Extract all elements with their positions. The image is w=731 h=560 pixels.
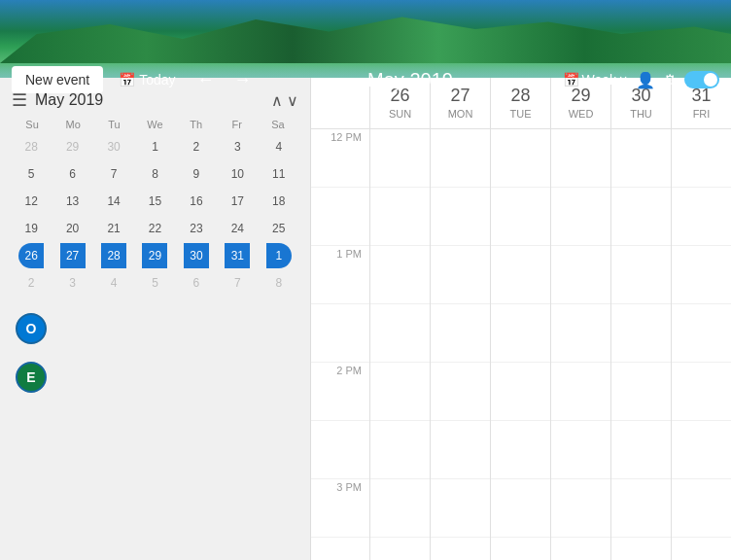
mini-cal-cell[interactable]: 8 xyxy=(266,270,292,296)
day-time-slot[interactable] xyxy=(491,479,550,538)
day-time-slot[interactable] xyxy=(491,538,550,560)
day-time-slot[interactable] xyxy=(611,479,671,538)
mini-cal-cell[interactable]: 3 xyxy=(60,270,86,296)
mini-cal-cell[interactable]: 18 xyxy=(266,189,292,214)
day-time-slot[interactable] xyxy=(672,421,731,479)
mini-cal-cell[interactable]: 14 xyxy=(101,189,126,214)
day-time-slot[interactable] xyxy=(370,304,430,363)
day-time-slot[interactable] xyxy=(431,304,490,363)
day-time-slot[interactable] xyxy=(551,363,610,421)
day-col-4[interactable] xyxy=(610,129,671,560)
day-time-slot[interactable] xyxy=(672,188,731,246)
mini-cal-cell[interactable]: 30 xyxy=(184,243,209,268)
mini-cal-cell[interactable]: 1 xyxy=(142,134,167,159)
mini-cal-cell[interactable]: 10 xyxy=(225,161,250,187)
day-time-slot[interactable] xyxy=(611,538,671,560)
day-time-slot[interactable] xyxy=(611,188,671,246)
mini-cal-cell[interactable]: 12 xyxy=(18,189,44,214)
mini-cal-cell[interactable]: 24 xyxy=(225,216,250,241)
mini-cal-cell[interactable]: 31 xyxy=(225,243,250,268)
mini-cal-cell[interactable]: 23 xyxy=(184,216,209,241)
day-time-slot[interactable] xyxy=(672,479,731,538)
day-time-slot[interactable] xyxy=(551,538,610,560)
day-col-0[interactable] xyxy=(369,129,430,560)
mini-cal-cell[interactable]: 8 xyxy=(142,161,167,187)
day-col-2[interactable] xyxy=(490,129,550,560)
toggle-switch[interactable] xyxy=(684,71,719,88)
day-col-5[interactable] xyxy=(671,129,731,560)
day-time-slot[interactable] xyxy=(370,479,430,538)
new-event-button[interactable]: New event xyxy=(12,66,103,93)
mini-cal-cell[interactable]: 6 xyxy=(60,161,86,187)
day-time-slot[interactable] xyxy=(611,421,671,479)
day-time-slot[interactable] xyxy=(611,129,671,188)
day-time-slot[interactable] xyxy=(431,188,490,246)
day-time-slot[interactable] xyxy=(431,246,490,304)
outlook-account[interactable]: O xyxy=(0,307,310,350)
mini-cal-cell[interactable]: 13 xyxy=(60,189,86,214)
day-time-slot[interactable] xyxy=(551,421,610,479)
day-time-slot[interactable] xyxy=(491,421,550,479)
day-time-slot[interactable] xyxy=(491,188,550,246)
day-time-slot[interactable] xyxy=(491,363,550,421)
day-time-slot[interactable] xyxy=(672,538,731,560)
day-time-slot[interactable] xyxy=(611,246,671,304)
day-col-1[interactable] xyxy=(430,129,490,560)
mini-cal-cell[interactable]: 27 xyxy=(60,243,86,268)
day-time-slot[interactable] xyxy=(370,363,430,421)
mini-cal-cell[interactable]: 28 xyxy=(101,243,126,268)
mini-cal-cell[interactable]: 19 xyxy=(18,216,44,241)
day-time-slot[interactable] xyxy=(431,363,490,421)
day-col-3[interactable] xyxy=(550,129,610,560)
mini-cal-cell[interactable]: 4 xyxy=(101,270,126,296)
mini-cal-cell[interactable]: 4 xyxy=(266,134,292,159)
mini-cal-cell[interactable]: 5 xyxy=(18,161,44,187)
day-time-slot[interactable] xyxy=(370,538,430,560)
day-time-slot[interactable] xyxy=(431,129,490,188)
day-time-slot[interactable] xyxy=(491,129,550,188)
mini-cal-cell[interactable]: 21 xyxy=(101,216,126,241)
day-time-slot[interactable] xyxy=(491,304,550,363)
mini-cal-cell[interactable]: 2 xyxy=(184,134,209,159)
day-time-slot[interactable] xyxy=(551,304,610,363)
day-time-slot[interactable] xyxy=(491,246,550,304)
day-time-slot[interactable] xyxy=(551,479,610,538)
mini-cal-cell[interactable]: 3 xyxy=(225,134,250,159)
exchange-account[interactable]: E xyxy=(0,356,310,399)
mini-cal-cell[interactable]: 28 xyxy=(18,134,44,159)
day-time-slot[interactable] xyxy=(370,188,430,246)
day-time-slot[interactable] xyxy=(431,538,490,560)
week-view-button[interactable]: 📅 Week ∨ xyxy=(563,72,628,88)
mini-cal-cell[interactable]: 16 xyxy=(184,189,209,214)
mini-cal-cell[interactable]: 6 xyxy=(184,270,209,296)
day-time-slot[interactable] xyxy=(672,246,731,304)
mini-cal-cell[interactable]: 25 xyxy=(266,216,292,241)
day-time-slot[interactable] xyxy=(370,421,430,479)
mini-cal-cell[interactable]: 9 xyxy=(184,161,209,187)
day-time-slot[interactable] xyxy=(611,363,671,421)
day-time-slot[interactable] xyxy=(370,129,430,188)
mini-cal-cell[interactable]: 17 xyxy=(225,189,250,214)
day-time-slot[interactable] xyxy=(672,363,731,421)
mini-cal-cell[interactable]: 11 xyxy=(266,161,292,187)
day-time-slot[interactable] xyxy=(551,246,610,304)
day-time-slot[interactable] xyxy=(551,129,610,188)
mini-cal-cell[interactable]: 2 xyxy=(18,270,44,296)
mini-cal-cell[interactable]: 26 xyxy=(18,243,44,268)
day-time-slot[interactable] xyxy=(431,479,490,538)
mini-cal-cell[interactable]: 29 xyxy=(142,243,167,268)
day-time-slot[interactable] xyxy=(370,246,430,304)
day-time-slot[interactable] xyxy=(611,304,671,363)
mini-cal-cell[interactable]: 7 xyxy=(101,161,126,187)
mini-cal-cell[interactable]: 5 xyxy=(142,270,167,296)
day-time-slot[interactable] xyxy=(551,188,610,246)
mini-cal-cell[interactable]: 30 xyxy=(101,134,126,159)
day-time-slot[interactable] xyxy=(672,129,731,188)
day-time-slot[interactable] xyxy=(431,421,490,479)
day-time-slot[interactable] xyxy=(672,304,731,363)
prev-button[interactable]: ← xyxy=(191,66,221,94)
mini-cal-cell[interactable]: 1 xyxy=(266,243,292,268)
mini-cal-cell[interactable]: 15 xyxy=(142,189,167,214)
mini-cal-cell[interactable]: 7 xyxy=(225,270,250,296)
today-button[interactable]: 📅 Today xyxy=(111,68,183,91)
